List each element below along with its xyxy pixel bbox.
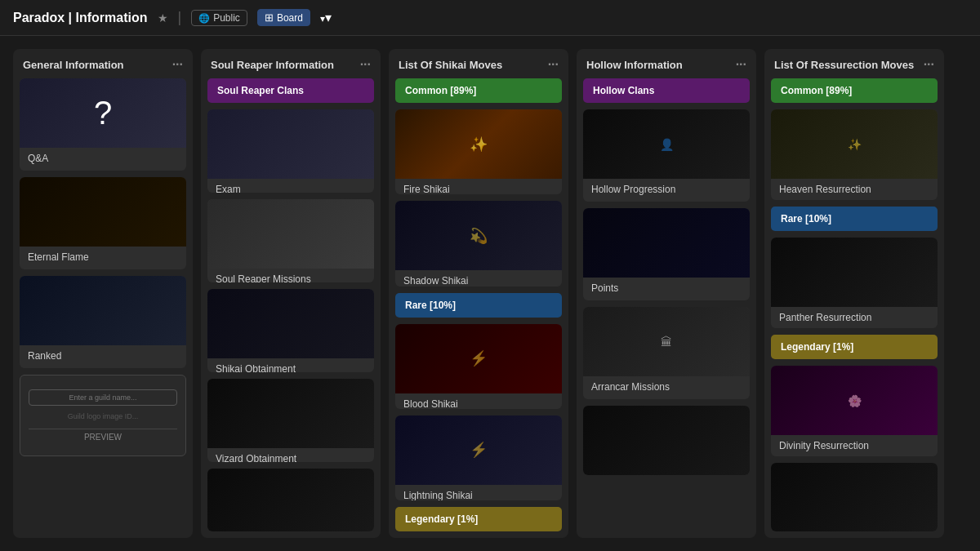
- card-image-hollow-last: [583, 406, 750, 475]
- card-label-vizard-obtainment: Vizard Obtainment: [207, 448, 374, 462]
- card-soul-reaper-clans[interactable]: Soul Reaper Clans: [207, 78, 374, 103]
- card-arrancar-missions[interactable]: 🏛 Arrancar Missions: [583, 307, 750, 399]
- card-guild[interactable]: Enter a guild name... Guild logo image I…: [20, 375, 186, 456]
- card-label-eternal-flame: Eternal Flame: [20, 247, 186, 269]
- card-label-shadow-shikai: Shadow Shikai: [395, 270, 562, 286]
- column-resurrection-moves: List Of Ressurection Moves···Common [89%…: [764, 49, 944, 538]
- card-panther-resurrection[interactable]: Panther Resurrection: [771, 238, 938, 328]
- guild-logo-hint: Guild logo image ID...: [68, 412, 139, 420]
- column-menu-shikai-moves[interactable]: ···: [548, 57, 559, 72]
- column-menu-soul-reaper[interactable]: ···: [360, 57, 371, 72]
- card-image-hollow-progression: 👤: [583, 109, 750, 179]
- card-label-blood-shikai: Blood Shikai: [395, 393, 562, 409]
- card-eternal-flame[interactable]: Eternal Flame: [20, 177, 186, 269]
- card-shikai-obtainment[interactable]: Shikai Obtainment: [207, 289, 374, 372]
- card-image-lightning-shikai: ⚡: [395, 415, 562, 485]
- card-legendary-res[interactable]: Legendary [1%]: [771, 335, 938, 359]
- column-header-resurrection-moves: List Of Ressurection Moves···: [764, 49, 944, 78]
- card-qa[interactable]: ? Q&A: [20, 78, 186, 171]
- header: Paradox | Information ★ | Public Board ▾: [0, 0, 980, 36]
- guild-input[interactable]: Enter a guild name...: [29, 389, 177, 406]
- card-legendary-shikai[interactable]: Legendary [1%]: [395, 507, 562, 531]
- card-exam[interactable]: Exam: [207, 109, 374, 193]
- card-image-shadow-shikai: 💫: [395, 201, 562, 270]
- card-label-lightning-shikai: Lightning Shikai: [395, 485, 562, 500]
- column-content-resurrection-moves: Common [89%] ✨ Heaven Resurrection Rare …: [764, 78, 944, 538]
- card-label-hollow-progression: Hollow Progression: [583, 179, 750, 202]
- card-label-shikai-obtainment: Shikai Obtainment: [207, 358, 374, 372]
- card-common-shikai[interactable]: Common [89%]: [395, 78, 562, 103]
- card-ranked[interactable]: Ranked: [20, 276, 186, 368]
- card-image-panther-resurrection: [771, 238, 938, 307]
- card-image-last-sr: [207, 469, 374, 531]
- column-shikai-moves: List Of Shikai Moves···Common [89%] ✨ Fi…: [389, 49, 568, 538]
- column-title-soul-reaper: Soul Reaper Information: [211, 59, 334, 71]
- column-title-general: General Information: [23, 59, 124, 71]
- column-general: General Information··· ? Q&A Eternal Fla…: [13, 49, 193, 538]
- card-label-ranked: Ranked: [20, 345, 186, 368]
- card-image-qa: ?: [20, 78, 186, 148]
- card-image-ranked: [20, 276, 186, 345]
- card-image-heaven-resurrection: ✨: [771, 109, 938, 179]
- column-menu-general[interactable]: ···: [172, 57, 183, 72]
- card-image-divinity-resurrection: 🌸: [771, 366, 938, 435]
- card-hollow-progression[interactable]: 👤 Hollow Progression: [583, 109, 750, 202]
- guild-preview-label: PREVIEW: [29, 429, 177, 442]
- card-label-divinity-resurrection: Divinity Resurrection: [771, 435, 938, 456]
- card-image-vizard-obtainment: [207, 379, 374, 448]
- question-icon: ?: [94, 95, 112, 131]
- column-soul-reaper: Soul Reaper Information···Soul Reaper Cl…: [201, 49, 381, 538]
- card-image-blood-shikai: ⚡: [395, 324, 562, 393]
- card-label-arrancar-missions: Arrancar Missions: [583, 376, 750, 399]
- column-title-resurrection-moves: List Of Ressurection Moves: [774, 59, 914, 71]
- card-points[interactable]: Points: [583, 208, 750, 300]
- column-menu-resurrection-moves[interactable]: ···: [924, 57, 934, 72]
- card-label-soul-reaper-missions: Soul Reaper Missions: [207, 269, 374, 282]
- card-image-exam: [207, 109, 374, 179]
- card-lightning-shikai[interactable]: ⚡ Lightning Shikai: [395, 415, 562, 500]
- card-rare-shikai[interactable]: Rare [10%]: [395, 293, 562, 318]
- card-image-fire-shikai: ✨: [395, 109, 562, 179]
- column-title-shikai-moves: List Of Shikai Moves: [399, 59, 502, 71]
- star-icon[interactable]: ★: [158, 11, 168, 24]
- column-title-hollow: Hollow Information: [586, 59, 683, 71]
- board-view-badge[interactable]: Board: [257, 9, 310, 26]
- column-header-hollow: Hollow Information···: [577, 49, 756, 78]
- card-vizard-obtainment[interactable]: Vizard Obtainment: [207, 379, 374, 462]
- card-rare-res[interactable]: Rare [10%]: [771, 207, 938, 231]
- card-image-res-last: [771, 463, 938, 531]
- column-content-general: ? Q&A Eternal Flame Ranked Enter a guild…: [13, 78, 193, 463]
- card-image-points: [583, 208, 750, 278]
- board-area: General Information··· ? Q&A Eternal Fla…: [0, 36, 980, 551]
- card-label-points: Points: [583, 278, 750, 300]
- card-hollow-last[interactable]: [583, 406, 750, 475]
- card-heaven-resurrection[interactable]: ✨ Heaven Resurrection: [771, 109, 938, 200]
- card-common-res[interactable]: Common [89%]: [771, 78, 938, 103]
- column-content-shikai-moves: Common [89%] ✨ Fire Shikai 💫 Shadow Shik…: [389, 78, 568, 538]
- card-label-heaven-resurrection: Heaven Resurrection: [771, 179, 938, 200]
- column-content-soul-reaper: Soul Reaper Clans Exam Soul Reaper Missi…: [201, 78, 381, 538]
- separator: |: [178, 9, 182, 26]
- card-blood-shikai[interactable]: ⚡ Blood Shikai: [395, 324, 562, 409]
- card-label-qa: Q&A: [20, 148, 186, 171]
- visibility-badge[interactable]: Public: [191, 10, 247, 26]
- card-label-exam: Exam: [207, 179, 374, 193]
- card-last-sr[interactable]: [207, 469, 374, 531]
- card-label-fire-shikai: Fire Shikai: [395, 179, 562, 194]
- card-res-last[interactable]: [771, 463, 938, 531]
- card-image-soul-reaper-missions: [207, 199, 374, 269]
- card-shadow-shikai[interactable]: 💫 Shadow Shikai: [395, 201, 562, 286]
- column-content-hollow: Hollow Clans 👤 Hollow Progression Points…: [577, 78, 756, 482]
- page-title: Paradox | Information: [13, 11, 148, 25]
- column-menu-hollow[interactable]: ···: [736, 57, 746, 72]
- globe-icon: [198, 12, 210, 24]
- chevron-down-icon[interactable]: ▾: [320, 10, 332, 25]
- card-divinity-resurrection[interactable]: 🌸 Divinity Resurrection: [771, 366, 938, 456]
- card-image-eternal-flame: [20, 177, 186, 247]
- card-hollow-clans[interactable]: Hollow Clans: [583, 78, 750, 103]
- card-label-panther-resurrection: Panther Resurrection: [771, 307, 938, 328]
- card-soul-reaper-missions[interactable]: Soul Reaper Missions: [207, 199, 374, 282]
- column-header-soul-reaper: Soul Reaper Information···: [201, 49, 381, 78]
- card-fire-shikai[interactable]: ✨ Fire Shikai: [395, 109, 562, 194]
- card-image-shikai-obtainment: [207, 289, 374, 358]
